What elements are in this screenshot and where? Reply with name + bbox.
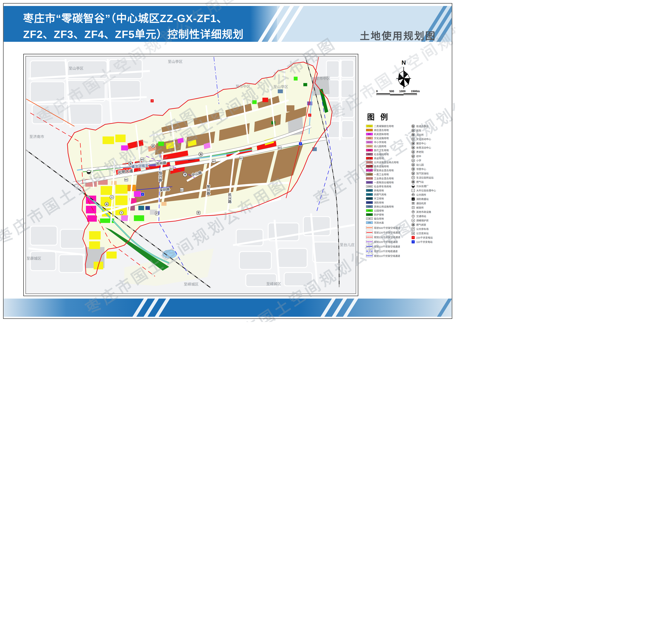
legend-line-row: 规划220千伏电缆通道 bbox=[366, 240, 411, 244]
scale-tick: 0 bbox=[376, 90, 378, 93]
landuse-swatch: 080404 bbox=[366, 145, 373, 147]
legend-landuse-row: 080404幼儿园用地 bbox=[366, 144, 411, 148]
facility-label: 220千伏变电站 bbox=[416, 236, 433, 239]
svg-text:B: B bbox=[198, 211, 200, 214]
footer-stripe bbox=[434, 299, 452, 317]
svg-text:加: 加 bbox=[200, 153, 202, 156]
svg-text:WC: WC bbox=[278, 147, 281, 149]
facility-label: 初中 bbox=[416, 154, 421, 158]
line-label: 现状500千伏架空线通道 bbox=[374, 226, 400, 229]
landuse-swatch: 0902 bbox=[366, 165, 373, 168]
legend-facility-row: ✉邮政所 bbox=[411, 205, 453, 210]
svg-text:S: S bbox=[121, 212, 122, 214]
facility-icon: ⚡ bbox=[411, 236, 415, 239]
page-title-line2: ZF2、ZF3、ZF4、ZF5单元）控制性详细规划 bbox=[23, 26, 244, 42]
legend-facility-row: ●调峰锅炉房 bbox=[411, 218, 453, 222]
facility-label: 燃气阀室 bbox=[416, 223, 426, 226]
svg-text:⚡: ⚡ bbox=[309, 114, 311, 117]
legend-facility-row: 初初中 bbox=[411, 154, 453, 158]
landuse-swatch: 0701+0901 bbox=[366, 129, 373, 131]
edge-label: 至济南市 bbox=[29, 135, 44, 139]
landuse-label: 工业商业混合用地 bbox=[374, 177, 394, 180]
edge-label: 至薛城区 bbox=[27, 256, 41, 261]
facility-label: 养老院 bbox=[416, 150, 424, 154]
landuse-label: 防护绿地 bbox=[374, 213, 384, 216]
legend-facility-row: 老养老院 bbox=[411, 150, 453, 154]
facility-icon: 老 bbox=[411, 150, 415, 154]
svg-text:⚡: ⚡ bbox=[142, 193, 143, 196]
landuse-label: 中小学用地 bbox=[374, 140, 386, 144]
legend-line-row: 现状110千伏电缆通道 bbox=[366, 249, 411, 253]
legend-landuse-row: 120803社会停车场用地 bbox=[366, 184, 411, 188]
legend-facility-row: ⌣大件垃圾处理中心 bbox=[411, 188, 453, 192]
landuse-label: 供电用地 bbox=[374, 188, 384, 192]
scale-bar-graphic bbox=[377, 93, 417, 95]
facility-label: 公共厕所 bbox=[416, 193, 426, 197]
legend-landuse-row: 16留白用地 bbox=[366, 217, 411, 221]
page-title-line1: 枣庄市“零碳智谷”（中心城区ZZ-GX-ZF1、 bbox=[23, 10, 244, 26]
legend-line-row: 规划110千伏架空线通道 bbox=[366, 253, 411, 258]
landuse-label: 消防用地 bbox=[374, 201, 384, 204]
line-label: 现状110千伏架空线通道 bbox=[374, 245, 400, 248]
facility-icon bbox=[411, 184, 415, 188]
landuse-swatch: 1303 bbox=[366, 189, 373, 192]
landuse-swatch: 0802+0902 bbox=[366, 169, 373, 172]
line-label: 规划220千伏架空线通道 bbox=[374, 235, 400, 239]
landuse-label: 留白用地 bbox=[374, 217, 384, 220]
legend-lines-list: 现状500千伏架空线通道现状220千伏架空线通道规划220千伏架空线通道规划22… bbox=[366, 225, 411, 258]
facility-label: 公交首末站 bbox=[416, 231, 429, 235]
legend-landuse-row: 1310消防用地 bbox=[366, 201, 411, 205]
legend-facility-row: 展展览中心 bbox=[411, 141, 453, 145]
legend-facility-row: ☰生活垃圾转运站 bbox=[411, 175, 453, 180]
facility-icon: B bbox=[411, 232, 415, 235]
facility-icon: ⚡ bbox=[411, 240, 415, 244]
facility-label: 加汽加油站 bbox=[416, 171, 429, 175]
landuse-label: 一类工业用地 bbox=[374, 173, 389, 176]
landuse-swatch: 16 bbox=[366, 217, 373, 220]
landuse-label: 商务金融用地 bbox=[374, 165, 389, 168]
legend-facility-row: 体体育活动中心 bbox=[411, 145, 453, 150]
legend-landuse-row: 1303供电用地 bbox=[366, 188, 411, 192]
svg-text:WC: WC bbox=[140, 158, 144, 161]
legend-facility-row: WC公共厕所 bbox=[411, 192, 453, 197]
road-label: 常兴路 bbox=[206, 185, 210, 195]
scale-tick: 1500m bbox=[411, 90, 420, 93]
legend-facility-row: ▲消防救援站 bbox=[411, 197, 453, 201]
facility-label: 通信机房 bbox=[416, 202, 426, 205]
facility-label: 派出所 bbox=[416, 133, 424, 136]
landuse-label: 幼儿园用地 bbox=[374, 144, 386, 148]
facility-label: 公共停车场 bbox=[416, 227, 429, 231]
facility-icon: ▲ bbox=[411, 198, 415, 201]
page-title: 枣庄市“零碳智谷”（中心城区ZZ-GX-ZF1、 ZF2、ZF3、ZF4、ZF5… bbox=[23, 10, 244, 42]
facility-icon: 体 bbox=[411, 146, 415, 149]
landuse-swatch: 1701 bbox=[366, 221, 373, 224]
facility-label: 小学 bbox=[416, 159, 421, 162]
north-label: N bbox=[393, 59, 414, 66]
legend-landuse-row: 0807社会福利用地 bbox=[366, 152, 411, 156]
legend-title: 图 例 bbox=[367, 111, 390, 122]
facility-icon: P bbox=[411, 227, 415, 230]
north-arrow-icon bbox=[394, 66, 414, 89]
landuse-swatch: 080403 bbox=[366, 141, 373, 143]
legend-landuse-row: 090105公共设施营业网点用地 bbox=[366, 160, 411, 164]
edge-label: 至市中区 bbox=[315, 77, 330, 81]
edge-label: 至山亭区 bbox=[168, 60, 183, 64]
facility-label: 邮政所 bbox=[416, 206, 424, 209]
landuse-label: 商业用地 bbox=[374, 157, 384, 160]
facility-icon: 街 bbox=[411, 125, 415, 128]
facility-icon: ☰ bbox=[411, 176, 415, 179]
landuse-swatch: 100101 bbox=[366, 173, 373, 176]
facility-icon: 医 bbox=[411, 129, 415, 132]
landuse-label: 研发商业混合用地 bbox=[374, 169, 394, 172]
legend-facility-row: 文文化活动中心 bbox=[411, 137, 453, 141]
landuse-swatch: 100104+0901 bbox=[366, 177, 373, 180]
line-label: 规划220千伏电缆通道 bbox=[374, 240, 398, 244]
facility-icon: ⌣ bbox=[411, 189, 415, 192]
landuse-label: 公园绿地 bbox=[374, 209, 384, 212]
scale-tick: 1000 bbox=[399, 90, 406, 93]
landuse-label: 环卫用地 bbox=[374, 197, 384, 200]
facility-label: 邻里中心 bbox=[416, 167, 426, 171]
line-swatch bbox=[366, 240, 373, 243]
facility-icon: 幼 bbox=[411, 163, 415, 166]
facility-label: 医院 bbox=[416, 129, 421, 132]
